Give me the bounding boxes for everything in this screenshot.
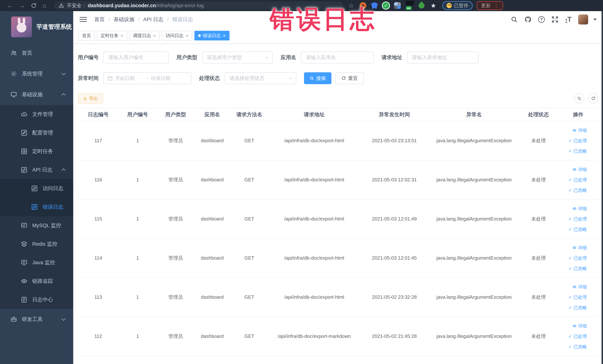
table-body: 117 1 管理员 dashboard GET /api/infra/db-do… — [78, 121, 598, 356]
close-icon[interactable]: × — [186, 33, 188, 38]
search-icon[interactable] — [511, 16, 518, 23]
eye-icon — [572, 285, 577, 289]
browser-reload-icon[interactable] — [31, 3, 37, 9]
reset-button[interactable]: 重置 — [336, 72, 364, 84]
toggle-search-button[interactable] — [574, 94, 584, 104]
chevron-down-icon — [289, 76, 292, 80]
sidebar-item-label: 文件管理 — [32, 111, 53, 118]
extension-icon-leaf[interactable] — [418, 2, 425, 9]
mark-ignored-link[interactable]: ✓已忽略 — [568, 187, 587, 193]
user-type-select[interactable]: 请选择用户类型 — [202, 52, 273, 63]
cell-user-id: 1 — [119, 333, 157, 339]
sidebar-item-java-monitor[interactable]: Java 监控 — [0, 253, 73, 272]
export-button[interactable]: 导出 — [78, 93, 103, 104]
exception-time-range-picker[interactable]: ~ — [104, 72, 191, 84]
mark-ignored-link[interactable]: ✓已忽略 — [568, 226, 587, 232]
update-button[interactable]: 更新 ⋮ — [477, 1, 503, 10]
sidebar-item-trace[interactable]: 链路追踪 — [0, 272, 73, 290]
detail-link[interactable]: 详细 — [572, 127, 587, 133]
sidebar-item-scheduled-tasks[interactable]: 定时任务 — [0, 142, 73, 161]
eye-icon — [572, 324, 577, 328]
window-scrollbar[interactable] — [602, 11, 603, 364]
sidebar-item-home[interactable]: 首页 — [0, 43, 73, 63]
font-size-icon[interactable]: TT — [565, 16, 571, 23]
sidebar-item-log-center[interactable]: 日志中心 — [0, 290, 73, 309]
mark-processed-link[interactable]: ✓已处理 — [568, 294, 587, 300]
sidebar-item-label: 访问日志 — [43, 185, 63, 192]
mark-processed-link[interactable]: ✓已处理 — [568, 216, 587, 222]
java-screen-icon — [21, 259, 27, 266]
mark-processed-link[interactable]: ✓已处理 — [568, 138, 587, 144]
sidebar-item-config-mgmt[interactable]: 配置管理 — [0, 124, 73, 142]
mark-processed-link[interactable]: ✓已处理 — [568, 177, 587, 183]
start-date-input[interactable] — [115, 75, 143, 81]
sidebar-item-infrastructure[interactable]: 基础设施 — [0, 84, 73, 105]
breadcrumb-error-log: 错误日志 — [172, 16, 193, 23]
detail-link[interactable]: 详细 — [572, 284, 587, 290]
sidebar-item-label: 研发工具 — [22, 316, 43, 323]
detail-link[interactable]: 详细 — [572, 245, 587, 251]
sidebar-item-label: Java 监控 — [32, 259, 55, 266]
update-menu-dots-icon[interactable]: ⋮ — [494, 3, 499, 9]
detail-link[interactable]: 详细 — [572, 206, 587, 211]
check-icon: ✓ — [568, 216, 572, 222]
collapse-sidebar-icon[interactable] — [80, 16, 87, 23]
close-icon[interactable]: × — [223, 33, 226, 38]
request-url-input[interactable] — [407, 52, 479, 63]
avatar[interactable] — [578, 14, 588, 24]
breadcrumb-infrastructure[interactable]: 基础设施 — [114, 16, 134, 23]
page-url[interactable]: dashboard.yudao.iocoder.cn/infra/log/api… — [88, 3, 204, 9]
refresh-table-button[interactable] — [588, 94, 598, 104]
sidebar-item-redis-monitor[interactable]: Redis 监控 — [0, 235, 73, 253]
sidebar-logo-row[interactable]: 芋道管理系统 — [0, 11, 73, 43]
extension-icon-check[interactable]: ✓ — [383, 2, 389, 9]
app-name-input[interactable] — [301, 52, 374, 63]
mark-processed-link[interactable]: ✓已处理 — [568, 255, 587, 261]
tab-home[interactable]: 首页 — [78, 31, 95, 40]
close-icon[interactable]: × — [121, 33, 123, 38]
cell-log-id: 115 — [78, 216, 119, 222]
detail-link[interactable]: 详细 — [572, 323, 587, 329]
cell-exception-time: 2021-05-03 12:02:31 — [359, 177, 429, 183]
browser-home-icon[interactable]: ⌂ — [43, 3, 46, 9]
help-icon[interactable]: ? — [538, 16, 545, 23]
sidebar-item-system-mgmt[interactable]: 系统管理 — [0, 63, 73, 84]
paused-extension-button[interactable]: 已暂停 — [442, 1, 473, 10]
tab-schedule-log[interactable]: 调度日志× — [129, 31, 160, 40]
mark-ignored-link[interactable]: ✓已忽略 — [568, 266, 587, 271]
eye-icon — [572, 128, 577, 132]
search-button[interactable]: 搜索 — [304, 72, 331, 84]
fullscreen-icon[interactable] — [551, 16, 558, 23]
sidebar-item-error-log[interactable]: 错误日志 — [0, 198, 73, 216]
close-icon[interactable]: × — [153, 33, 156, 38]
sidebar-item-dev-tools[interactable]: 研发工具 — [0, 309, 73, 330]
github-icon[interactable] — [524, 16, 532, 23]
mark-ignored-link[interactable]: ✓已忽略 — [568, 148, 587, 154]
extension-icon-star[interactable]: ★ — [430, 2, 437, 9]
browser-back-icon[interactable]: ← — [7, 3, 13, 9]
breadcrumb-home[interactable]: 首页 — [94, 16, 105, 23]
annotation-overlay-title: 错误日志 — [270, 3, 376, 36]
tab-error-log[interactable]: 错误日志× — [195, 31, 230, 40]
browser-forward-icon[interactable]: → — [19, 3, 25, 9]
tab-access-log[interactable]: 访问日志× — [162, 31, 192, 40]
detail-link[interactable]: 详细 — [572, 166, 587, 172]
user-id-input[interactable] — [104, 52, 169, 63]
sidebar-item-mysql-monitor[interactable]: MySQL 监控 — [0, 216, 73, 235]
security-label[interactable]: 不安全 — [67, 2, 81, 9]
extension-icon-switch[interactable]: on — [406, 2, 414, 9]
sidebar-item-access-log[interactable]: 访问日志 — [0, 179, 73, 198]
mark-ignored-link[interactable]: ✓已忽略 — [568, 344, 587, 350]
extension-icon-grid[interactable] — [394, 2, 401, 9]
mark-processed-link[interactable]: ✓已处理 — [568, 333, 587, 339]
address-divider — [84, 3, 85, 8]
sidebar-item-api-log[interactable]: API 日志 — [0, 161, 73, 179]
mark-ignored-link[interactable]: ✓已忽略 — [568, 305, 587, 311]
end-date-input[interactable] — [151, 75, 179, 81]
breadcrumb-api-log[interactable]: API 日志 — [143, 16, 163, 23]
sidebar-item-file-mgmt[interactable]: 文件管理 — [0, 105, 73, 124]
avatar-caret-icon[interactable] — [593, 19, 597, 21]
process-status-select[interactable]: 请选择处理状态 — [225, 72, 296, 84]
tab-scheduled-tasks[interactable]: 定时任务× — [97, 31, 127, 40]
paused-label: 已暂停 — [454, 2, 468, 9]
